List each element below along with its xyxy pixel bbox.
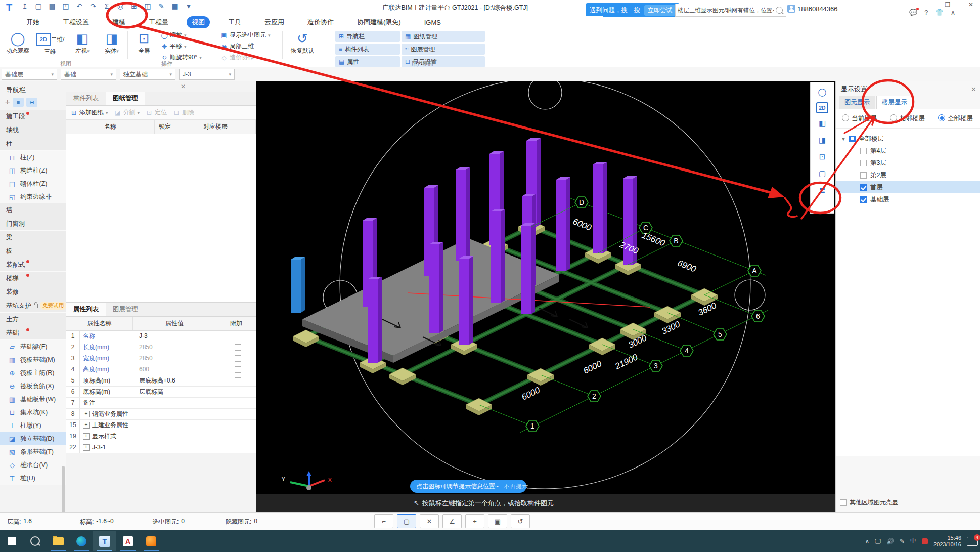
nav-item[interactable]: ⊥ 柱墩(Y) [0, 419, 66, 432]
floor-scope-radio[interactable]: 相邻楼层 [890, 114, 925, 123]
ime-indicator[interactable]: 中 [910, 537, 916, 545]
sheet-tool-button[interactable]: ◪分割▾ [114, 108, 140, 117]
expand-icon[interactable]: + [83, 444, 90, 451]
snap-tool-button[interactable]: ▣ [488, 514, 507, 528]
expand-icon[interactable]: + [83, 433, 90, 440]
nav-item[interactable]: ⊕ 筏板主筋(R) [0, 366, 66, 379]
props-tab[interactable]: 图层管理 [106, 303, 145, 316]
quick-icon[interactable]: ✎ [157, 2, 166, 10]
ui-toggle-button[interactable]: ⊞导航栏 [335, 31, 400, 42]
attach-checkbox[interactable] [235, 377, 241, 384]
nav-item[interactable]: 装修 [0, 285, 66, 299]
nav-item[interactable]: ▱ 基础梁(F) [0, 340, 66, 353]
floor-row[interactable]: 首层 [836, 181, 980, 193]
search-input[interactable] [676, 7, 776, 13]
props-row[interactable]: 5 +顶标高(m) 层底标高+0.6 [66, 375, 256, 387]
start-button[interactable] [0, 531, 23, 551]
nav-item[interactable]: 梁 [0, 231, 66, 244]
display-tab[interactable]: 图元显示 [839, 96, 875, 109]
quick-icon[interactable]: ◫ [143, 2, 152, 10]
props-row[interactable]: 4 +高度(mm) 600 [66, 364, 256, 375]
context-dropdown[interactable]: 独立基础▾ [120, 69, 175, 80]
tray-app-icon[interactable] [922, 538, 928, 544]
nav-item[interactable]: ⊖ 筏板负筋(X) [0, 379, 66, 393]
viewport-tool-icon[interactable]: ◧ [816, 117, 829, 130]
try-now-button[interactable]: 立即尝试 [644, 5, 676, 16]
snap-tool-button[interactable]: ∠ [442, 514, 462, 528]
tray-expand-icon[interactable]: ∧ [865, 538, 870, 545]
glodon-app-icon[interactable] [140, 531, 163, 551]
props-row[interactable]: 22 +J-3-1 [66, 442, 256, 453]
help-icon[interactable]: ? [924, 9, 928, 16]
minimize-button[interactable]: — [918, 0, 930, 9]
autocad-icon[interactable]: A [116, 531, 140, 551]
viewport-tool-icon[interactable]: ⊡ [816, 150, 829, 163]
snap-tool-button[interactable]: ✕ [420, 514, 439, 528]
nav-item[interactable]: 楼梯 [0, 272, 66, 285]
snap-tool-button[interactable]: ⌐ [374, 514, 393, 528]
other-area-checkbox[interactable] [840, 499, 847, 506]
skin-icon[interactable]: 👕 [935, 9, 943, 16]
sheet-tab[interactable]: 构件列表 [66, 92, 106, 105]
model-canvas[interactable]: DCBA123456600015600270069003600330030002… [256, 81, 835, 512]
viewport-tool-icon[interactable]: ◯ [816, 86, 829, 99]
clock[interactable]: 15:46 2023/10/16 [933, 535, 961, 548]
ribbon-big-button[interactable]: ◧左视▾ [68, 30, 97, 55]
menu-tab[interactable]: 开始 [21, 16, 44, 28]
nav-item[interactable]: ⊤ 桩(U) [0, 472, 66, 485]
nav-item[interactable]: 土方 [0, 313, 66, 326]
props-row[interactable]: 8 +钢筋业务属性 [66, 409, 256, 420]
floor-tree-root[interactable]: ▼ 全部楼层 [836, 133, 980, 145]
nav-item[interactable]: ▧ 条形基础(T) [0, 445, 66, 458]
attach-checkbox[interactable] [235, 366, 241, 373]
volume-icon[interactable]: 🔊 [886, 538, 894, 545]
attach-checkbox[interactable] [235, 400, 241, 406]
nav-panel-view-icon[interactable]: ⊟ [26, 98, 37, 107]
props-row[interactable]: 3 +宽度(mm) 2850 [66, 353, 256, 364]
restore-default-button[interactable]: ↺ 恢复默认 [286, 30, 319, 55]
ribbon-big-button[interactable]: ◯动态观察 [3, 30, 32, 55]
viewport-tool-icon[interactable]: ◨ [816, 134, 829, 147]
expand-icon[interactable]: + [83, 422, 90, 429]
context-dropdown[interactable]: 基础层▾ [2, 69, 57, 80]
floor-checkbox[interactable] [860, 172, 867, 179]
root-checkbox[interactable] [849, 136, 856, 142]
nav-item[interactable]: 装配式 [0, 258, 66, 272]
nav-item[interactable]: ◇ 桩承台(V) [0, 458, 66, 472]
props-row[interactable]: 1 +名称 J-3 [66, 331, 256, 342]
attach-checkbox[interactable] [235, 344, 241, 351]
menu-tab[interactable]: 工程设置 [58, 16, 94, 28]
ribbon-small-button[interactable]: ◉局部三维 [220, 42, 271, 51]
context-dropdown[interactable]: 基础▾ [61, 69, 116, 80]
props-row[interactable]: 6 +底标高(m) 层底标高 [66, 387, 256, 398]
attach-checkbox[interactable] [235, 355, 241, 362]
dismiss-link[interactable]: 不再提示 [504, 482, 528, 491]
attach-checkbox[interactable] [235, 389, 241, 395]
nav-item[interactable]: 施工段 [0, 110, 66, 123]
nav-item[interactable]: 轴线 [0, 123, 66, 137]
nav-item[interactable]: 基坑支护 免费试用 [0, 299, 66, 313]
nav-item[interactable]: ◫ 构造柱(Z) [0, 164, 66, 177]
quick-icon[interactable]: ◳ [61, 2, 70, 10]
nav-item[interactable]: ⊓ 柱(Z) [0, 151, 66, 164]
floor-row[interactable]: 第2层 [836, 169, 980, 181]
caret-down-icon[interactable]: ▼ [841, 136, 846, 142]
edge-browser-icon[interactable] [70, 531, 93, 551]
quick-icon[interactable]: ↷ [88, 2, 98, 10]
menu-tab[interactable]: 工程量 [144, 16, 173, 28]
viewport-tool-icon[interactable]: ▢ [816, 167, 829, 180]
notification-icon[interactable]: 4 [967, 537, 978, 546]
menu-tab[interactable]: IGMS [419, 17, 446, 28]
floor-row[interactable]: 第3层 [836, 157, 980, 169]
floor-scope-radio[interactable]: 全部楼层 [938, 114, 973, 123]
ribbon-small-button[interactable]: ◇造价协作 [220, 53, 271, 62]
expand-icon[interactable]: + [83, 411, 90, 417]
quick-icon[interactable]: ↥ [20, 2, 29, 10]
ribbon-small-button[interactable]: ◯缩放▾ [161, 31, 202, 39]
props-tab[interactable]: 属性列表 [66, 303, 106, 316]
other-area-option[interactable]: 其他区域图元亮显 [840, 498, 898, 507]
floor-checkbox[interactable] [860, 184, 867, 191]
pin-icon[interactable]: ✛ [5, 99, 10, 106]
ui-toggle-button[interactable]: ▤属性 [335, 56, 400, 67]
menu-tab[interactable]: 工具 [223, 16, 246, 28]
